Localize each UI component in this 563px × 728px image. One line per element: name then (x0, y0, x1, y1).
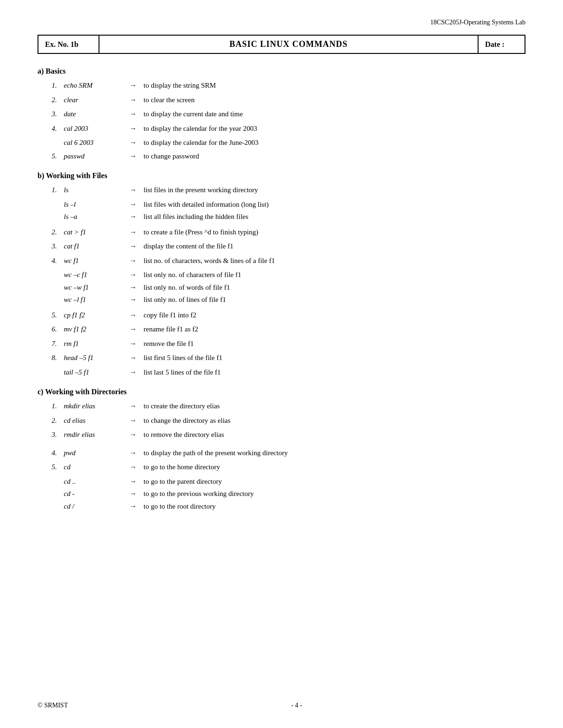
item-desc: display the content of the file f1 (144, 241, 525, 252)
item-desc: to display the calendar for the June-200… (144, 137, 525, 148)
item-cmd: cal 2003 (64, 123, 129, 134)
item-desc: list all files including the hidden file… (144, 211, 525, 222)
list-item: 5. passwd → to change password (52, 151, 525, 162)
arrow-icon: → (129, 80, 144, 91)
item-cmd: wc –c f1 (64, 270, 129, 280)
list-item: 3. rmdir elias → to remove the directory… (52, 429, 525, 440)
list-item-sub: wc –l f1 → list only no. of lines of fil… (64, 294, 525, 305)
item-desc: to change the directory as elias (144, 415, 525, 426)
list-item-sub: cd / → to go to the root directory (64, 501, 525, 512)
item-cmd: tail –5 f1 (64, 367, 129, 378)
item-cmd: cd (64, 462, 129, 473)
arrow-icon: → (129, 476, 144, 487)
arrow-icon: → (129, 401, 144, 412)
page-number: - 4 - (291, 702, 302, 709)
item-desc: list first 5 lines of the file f1 (144, 353, 525, 363)
arrow-icon: → (129, 255, 144, 266)
item-desc: to remove the directory elias (144, 429, 525, 440)
item-num: 3. (52, 241, 64, 252)
item-cmd: cat f1 (64, 241, 129, 252)
item-num: 1. (52, 80, 64, 91)
list-item-sub: cd .. → to go to the parent directory (64, 476, 525, 487)
list-item: 4. pwd → to display the path of the pres… (52, 448, 525, 458)
list-item: 1. echo SRM → to display the string SRM (52, 80, 525, 91)
item-desc: remove the file f1 (144, 338, 525, 349)
arrow-icon: → (129, 367, 144, 378)
item-desc: to create a file (Press ^d to finish typ… (144, 227, 525, 238)
item-desc: list only no. of words of file f1 (144, 282, 525, 293)
footer-copyright: © SRMIST (38, 702, 68, 709)
arrow-icon: → (129, 462, 144, 473)
section-b-items: 1. ls → list files in the present workin… (52, 185, 525, 377)
item-cmd: cat > f1 (64, 227, 129, 238)
arrow-icon: → (129, 109, 144, 120)
item-cmd: date (64, 109, 129, 120)
section-c: c) Working with Directories 1. mkdir eli… (38, 388, 525, 511)
course-header: 18CSC205J-Operating Systems Lab (38, 19, 525, 26)
item-num: 6. (52, 324, 64, 335)
arrow-icon: → (129, 294, 144, 305)
item-cmd: rm f1 (64, 338, 129, 349)
item-cmd: mkdir elias (64, 401, 129, 412)
item-cmd: cd / (64, 501, 129, 512)
ex-no-label: Ex. No. 1b (45, 40, 78, 48)
item-cmd: cd elias (64, 415, 129, 426)
list-item-sub: tail –5 f1 → list last 5 lines of the fi… (64, 367, 525, 378)
list-item-sub: ls –a → list all files including the hid… (64, 211, 525, 222)
arrow-icon: → (129, 353, 144, 363)
item-num: 4. (52, 255, 64, 266)
list-item: 1. mkdir elias → to create the directory… (52, 401, 525, 412)
item-cmd: pwd (64, 448, 129, 458)
list-item-sub: wc –w f1 → list only no. of words of fil… (64, 282, 525, 293)
arrow-icon: → (129, 324, 144, 335)
arrow-icon: → (129, 241, 144, 252)
section-c-items: 1. mkdir elias → to create the directory… (52, 401, 525, 511)
item-desc: copy file f1 into f2 (144, 310, 525, 321)
title-table: Ex. No. 1b BASIC LINUX COMMANDS Date : (38, 35, 525, 54)
item-cmd: head –5 f1 (64, 353, 129, 363)
arrow-icon: → (129, 429, 144, 440)
item-cmd: cd - (64, 488, 129, 499)
item-cmd: clear (64, 95, 129, 105)
item-num: 1. (52, 185, 64, 195)
section-b: b) Working with Files 1. ls → list files… (38, 172, 525, 377)
item-cmd: echo SRM (64, 80, 129, 91)
list-item: 2. clear → to clear the screen (52, 95, 525, 105)
list-item: 4. wc f1 → list no. of characters, words… (52, 255, 525, 266)
list-item: 2. cd elias → to change the directory as… (52, 415, 525, 426)
list-item-sub: cal 6 2003 → to display the calendar for… (64, 137, 525, 148)
item-cmd: cal 6 2003 (64, 137, 129, 148)
item-num: 3. (52, 109, 64, 120)
item-desc: to go to the previous working directory (144, 488, 525, 499)
item-cmd: wc f1 (64, 255, 129, 266)
item-desc: list files in the present working direct… (144, 185, 525, 195)
item-desc: to go to the home directory (144, 462, 525, 473)
arrow-icon: → (129, 123, 144, 134)
arrow-icon: → (129, 310, 144, 321)
ex-no-cell: Ex. No. 1b (38, 35, 99, 53)
item-desc: list no. of characters, words & lines of… (144, 255, 525, 266)
arrow-icon: → (129, 185, 144, 195)
item-num: 1. (52, 401, 64, 412)
item-cmd: cd .. (64, 476, 129, 487)
item-num: 4. (52, 448, 64, 458)
item-desc: to display the string SRM (144, 80, 525, 91)
item-desc: to display the calendar for the year 200… (144, 123, 525, 134)
list-item: 8. head –5 f1 → list first 5 lines of th… (52, 353, 525, 363)
section-a-items: 1. echo SRM → to display the string SRM … (52, 80, 525, 161)
item-desc: to change password (144, 151, 525, 162)
item-cmd: ls –a (64, 211, 129, 222)
item-cmd: mv f1 f2 (64, 324, 129, 335)
item-cmd: wc –w f1 (64, 282, 129, 293)
item-num: 5. (52, 462, 64, 473)
item-desc: list only no. of characters of file f1 (144, 270, 525, 280)
item-desc: to display the path of the present worki… (144, 448, 525, 458)
date-label: Date : (485, 40, 504, 48)
item-cmd: rmdir elias (64, 429, 129, 440)
arrow-icon: → (129, 282, 144, 293)
item-cmd: ls (64, 185, 129, 195)
item-cmd: ls –l (64, 199, 129, 210)
item-num: 2. (52, 415, 64, 426)
list-item-sub: ls –l → list files with detailed informa… (64, 199, 525, 210)
arrow-icon: → (129, 270, 144, 280)
